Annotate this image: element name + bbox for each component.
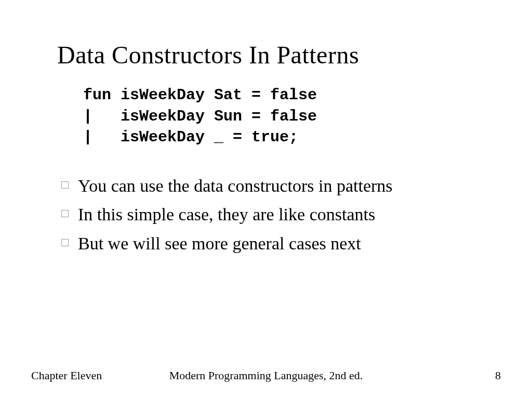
bullet-list: You can use the data constructors in pat…	[61, 174, 501, 256]
bullet-text: In this simple case, they are like const…	[78, 203, 501, 227]
list-item: In this simple case, they are like const…	[61, 203, 501, 227]
bullet-icon	[61, 210, 69, 217]
slide-title: Data Constructors In Patterns	[57, 41, 501, 69]
code-block: fun isWeekDay Sat = false | isWeekDay Su…	[83, 85, 501, 148]
bullet-icon	[61, 239, 69, 246]
slide: Data Constructors In Patterns fun isWeek…	[0, 0, 532, 399]
list-item: But we will see more general cases next	[61, 232, 501, 256]
footer-chapter: Chapter Eleven	[31, 369, 102, 382]
footer-page-number: 8	[495, 369, 501, 382]
footer-book-title: Modern Programming Languages, 2nd ed.	[169, 369, 363, 382]
bullet-icon	[61, 181, 69, 189]
list-item: You can use the data constructors in pat…	[61, 174, 501, 198]
bullet-text: You can use the data constructors in pat…	[78, 174, 501, 198]
footer: Chapter Eleven Modern Programming Langua…	[0, 369, 532, 382]
bullet-text: But we will see more general cases next	[78, 232, 501, 256]
